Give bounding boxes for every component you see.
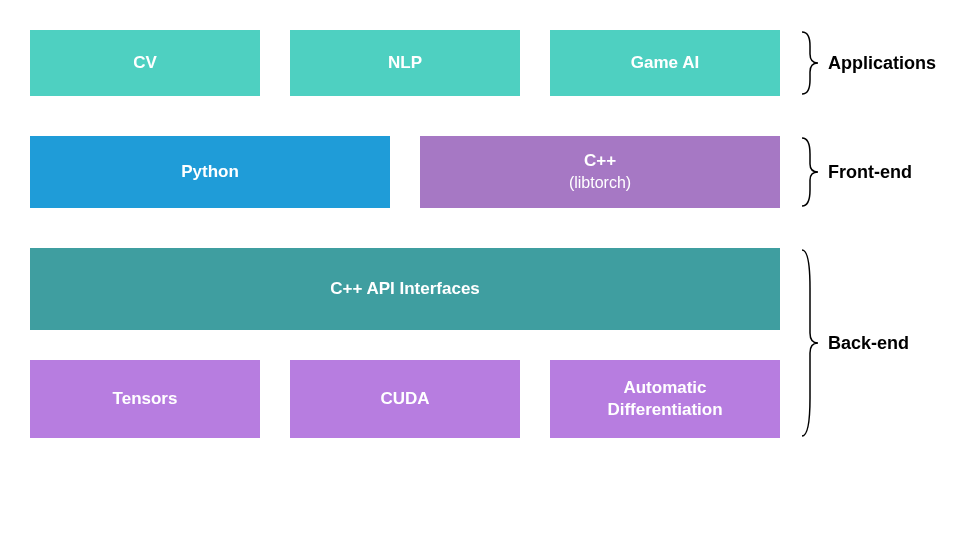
label-applications-text: Applications [828, 53, 936, 74]
frontend-row: Python C++ (libtorch) [30, 136, 780, 208]
label-applications: Applications [800, 30, 936, 96]
label-backend-text: Back-end [828, 333, 909, 354]
app-box-cv: CV [30, 30, 260, 96]
backend-row: Tensors CUDA Automatic Differentiation [30, 360, 780, 438]
applications-row: CV NLP Game AI [30, 30, 780, 96]
brace-icon [800, 248, 820, 438]
backend-box-cuda: CUDA [290, 360, 520, 438]
brace-icon [800, 136, 820, 208]
api-row: C++ API Interfaces [30, 248, 780, 330]
label-backend: Back-end [800, 248, 909, 438]
app-box-gameai: Game AI [550, 30, 780, 96]
label-frontend: Front-end [800, 136, 912, 208]
api-box: C++ API Interfaces [30, 248, 780, 330]
backend-box-tensors: Tensors [30, 360, 260, 438]
frontend-box-python: Python [30, 136, 390, 208]
app-box-nlp: NLP [290, 30, 520, 96]
brace-icon [800, 30, 820, 96]
frontend-box-cpp: C++ (libtorch) [420, 136, 780, 208]
frontend-cpp-label: C++ [584, 151, 616, 170]
frontend-cpp-sublabel: (libtorch) [569, 174, 631, 191]
label-frontend-text: Front-end [828, 162, 912, 183]
backend-box-autodiff: Automatic Differentiation [550, 360, 780, 438]
architecture-diagram: CV NLP Game AI Python C++ (libtorch) C++… [30, 30, 780, 438]
